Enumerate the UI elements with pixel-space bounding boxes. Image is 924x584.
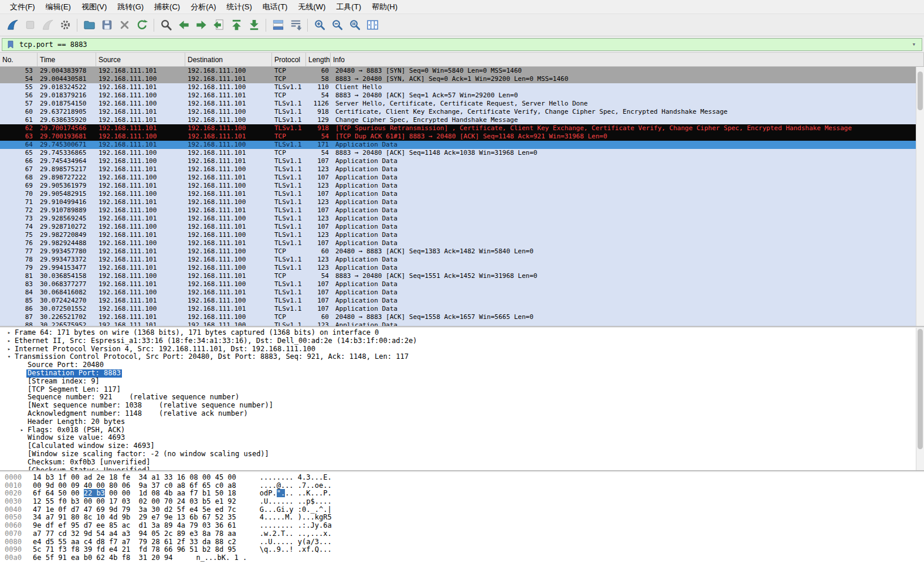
packet-row[interactable]: 6229.700174566192.168.111.101192.168.111… bbox=[0, 124, 924, 133]
menu-item[interactable]: 帮助(H) bbox=[366, 0, 403, 14]
close-file-button[interactable] bbox=[116, 16, 133, 34]
hex-row[interactable]: 00a06e 5f 91 ea b0 62 4b f8 31 20 94n_..… bbox=[0, 554, 924, 562]
go-forward-button[interactable] bbox=[192, 16, 210, 34]
packet-row[interactable]: 8330.068377277192.168.111.101192.168.111… bbox=[0, 280, 924, 288]
zoom-original-button[interactable] bbox=[346, 16, 364, 34]
detail-line[interactable]: ▸Frame 64: 171 bytes on wire (1368 bits)… bbox=[0, 329, 924, 337]
packet-row[interactable]: 5629.018379216192.168.111.100192.168.111… bbox=[0, 91, 924, 100]
packet-row[interactable]: 7129.910499416192.168.111.101192.168.111… bbox=[0, 198, 924, 206]
packet-row[interactable]: 8530.072424270192.168.111.101192.168.111… bbox=[0, 297, 924, 305]
hex-row[interactable]: 000014 b3 1f 00 ad 2e 18 fe 34 a1 33 16 … bbox=[0, 474, 924, 482]
zoom-out-button[interactable] bbox=[328, 16, 346, 34]
hex-row[interactable]: 00609e df ef 95 d7 ee 85 ac d1 3a 89 4a … bbox=[0, 522, 924, 530]
packet-list-scrollbar[interactable] bbox=[916, 67, 924, 326]
go-first-button[interactable] bbox=[227, 16, 245, 34]
column-header-length[interactable]: Length bbox=[306, 53, 331, 66]
packet-row[interactable]: 8130.036854158192.168.111.100192.168.111… bbox=[0, 272, 924, 280]
packet-row[interactable]: 6129.638635920192.168.111.101192.168.111… bbox=[0, 116, 924, 124]
go-to-packet-button[interactable] bbox=[210, 16, 227, 34]
detail-line[interactable]: Sequence number: 921 (relative sequence … bbox=[0, 393, 924, 402]
scrollbar-thumb[interactable] bbox=[918, 72, 923, 110]
hex-row[interactable]: 00905c 71 f3 f8 39 fd e4 21 fd 78 66 96 … bbox=[0, 546, 924, 554]
expander-closed-icon[interactable]: ▸ bbox=[5, 345, 13, 354]
packet-row[interactable]: 8430.068416082192.168.111.100192.168.111… bbox=[0, 288, 924, 297]
column-header-time[interactable]: Time bbox=[38, 53, 96, 66]
packet-row[interactable]: 7929.994153477192.168.111.101192.168.111… bbox=[0, 264, 924, 272]
menu-item[interactable]: 统计(S) bbox=[221, 0, 257, 14]
packet-row[interactable]: 6329.700193681192.168.111.100192.168.111… bbox=[0, 133, 924, 141]
hex-row[interactable]: 005034 a7 91 80 8c 10 4d 9b 29 e7 9e 13 … bbox=[0, 514, 924, 522]
detail-line[interactable]: Source Port: 20480 bbox=[0, 361, 924, 369]
display-filter-input[interactable]: tcp.port == 8883 ▾ bbox=[2, 38, 922, 51]
save-file-button[interactable] bbox=[98, 16, 116, 34]
menu-item[interactable]: 视图(V) bbox=[76, 0, 112, 14]
menu-item[interactable]: 跳转(G) bbox=[112, 0, 149, 14]
reload-button[interactable] bbox=[133, 16, 151, 34]
detail-line[interactable]: ▾Transmission Control Protocol, Src Port… bbox=[0, 353, 924, 361]
packet-row[interactable]: 7229.910789889192.168.111.100192.168.111… bbox=[0, 206, 924, 215]
detail-line[interactable]: [Next sequence number: 1038 (relative se… bbox=[0, 402, 924, 410]
packet-row[interactable]: 7029.905482915192.168.111.100192.168.111… bbox=[0, 190, 924, 198]
go-last-button[interactable] bbox=[245, 16, 263, 34]
detail-line[interactable]: Destination Port: 8883 bbox=[0, 369, 924, 378]
packet-row[interactable]: 7829.993473372192.168.111.101192.168.111… bbox=[0, 256, 924, 264]
detail-line[interactable]: [Window size scaling factor: -2 (no wind… bbox=[0, 450, 924, 459]
detail-line[interactable]: [Stream index: 9] bbox=[0, 378, 924, 386]
packet-row[interactable]: 8730.226521702192.168.111.101192.168.111… bbox=[0, 313, 924, 321]
detail-line[interactable]: ▸Internet Protocol Version 4, Src: 192.1… bbox=[0, 345, 924, 354]
menu-item[interactable]: 捕获(C) bbox=[149, 0, 185, 14]
hex-row[interactable]: 004047 1e 0f d7 47 69 9d 79 3a 30 d2 5f … bbox=[0, 506, 924, 514]
detail-line[interactable]: Window size value: 4693 bbox=[0, 434, 924, 442]
expander-closed-icon[interactable]: ▸ bbox=[5, 337, 13, 345]
menu-item[interactable]: 分析(A) bbox=[185, 0, 221, 14]
expander-closed-icon[interactable]: ▸ bbox=[5, 329, 13, 337]
hex-row[interactable]: 0070a7 77 cd 32 9d 54 a4 a3 94 05 2c 89 … bbox=[0, 530, 924, 538]
detail-line[interactable]: ▸Ethernet II, Src: Espressi_a1:33:16 (18… bbox=[0, 337, 924, 345]
packet-row-selected[interactable]: 6429.745300671192.168.111.101192.168.111… bbox=[0, 141, 924, 149]
menu-item[interactable]: 文件(F) bbox=[5, 0, 40, 14]
details-scrollbar[interactable] bbox=[916, 328, 924, 470]
packet-row[interactable]: 5529.018324522192.168.111.101192.168.111… bbox=[0, 83, 924, 91]
packet-row[interactable]: 6029.637218905192.168.111.101192.168.111… bbox=[0, 108, 924, 116]
hex-row[interactable]: 0080e4 d5 55 aa c4 d8 f7 a7 79 28 61 2f … bbox=[0, 538, 924, 546]
detail-line[interactable]: [Calculated window size: 4693] bbox=[0, 442, 924, 450]
filter-dropdown-icon[interactable]: ▾ bbox=[909, 40, 918, 48]
resize-columns-button[interactable] bbox=[364, 16, 381, 34]
packet-row[interactable]: 5329.004383978192.168.111.101192.168.111… bbox=[0, 67, 924, 75]
filter-bookmark-icon[interactable] bbox=[6, 40, 15, 49]
packet-row[interactable]: 7329.928569245192.168.111.101192.168.111… bbox=[0, 215, 924, 223]
start-capture-button[interactable] bbox=[4, 16, 21, 34]
hex-row[interactable]: 001000 9d 00 09 40 00 80 06 9a 37 c0 a8 … bbox=[0, 482, 924, 490]
column-header-source[interactable]: Source bbox=[96, 53, 185, 66]
packet-row[interactable]: 6629.745434964192.168.111.100192.168.111… bbox=[0, 157, 924, 165]
packet-row[interactable]: 5729.018754150192.168.111.100192.168.111… bbox=[0, 100, 924, 108]
colorize-button[interactable] bbox=[269, 16, 287, 34]
packet-row[interactable]: 6529.745336865192.168.111.100192.168.111… bbox=[0, 149, 924, 157]
detail-line[interactable]: Acknowledgment number: 1148 (relative ac… bbox=[0, 410, 924, 418]
packet-row[interactable]: 5429.004430581192.168.111.100192.168.111… bbox=[0, 75, 924, 83]
auto-scroll-button[interactable] bbox=[287, 16, 304, 34]
zoom-in-button[interactable] bbox=[311, 16, 328, 34]
expander-open-icon[interactable]: ▾ bbox=[5, 353, 13, 361]
column-header-no[interactable]: No. bbox=[0, 53, 38, 66]
menu-item[interactable]: 编辑(E) bbox=[40, 0, 76, 14]
go-back-button[interactable] bbox=[175, 16, 192, 34]
packet-row[interactable]: 8630.072501552192.168.111.100192.168.111… bbox=[0, 305, 924, 313]
menu-item[interactable]: 电话(T) bbox=[257, 0, 293, 14]
packet-row[interactable]: 7729.993457780192.168.111.101192.168.111… bbox=[0, 247, 924, 256]
packet-row[interactable]: 8830.226575952192.168.111.101192.168.111… bbox=[0, 321, 924, 326]
menu-item[interactable]: 工具(T) bbox=[331, 0, 366, 14]
packet-row[interactable]: 6929.905361979192.168.111.101192.168.111… bbox=[0, 182, 924, 190]
find-packet-button[interactable] bbox=[157, 16, 175, 34]
packet-row[interactable]: 7429.928710272192.168.111.100192.168.111… bbox=[0, 223, 924, 231]
hex-row[interactable]: 003012 55 f0 b3 00 00 17 03 02 00 70 24 … bbox=[0, 498, 924, 506]
scrollbar-thumb[interactable] bbox=[918, 329, 923, 449]
packet-row[interactable]: 7629.982924488192.168.111.100192.168.111… bbox=[0, 239, 924, 247]
detail-line[interactable]: [Checksum Status: Unverified] bbox=[0, 467, 924, 470]
open-file-button[interactable] bbox=[80, 16, 98, 34]
expander-closed-icon[interactable]: ▸ bbox=[18, 426, 26, 434]
packet-row[interactable]: 6829.898727222192.168.111.100192.168.111… bbox=[0, 174, 924, 182]
detail-line[interactable]: [TCP Segment Len: 117] bbox=[0, 386, 924, 394]
detail-line[interactable]: Header Length: 20 bytes bbox=[0, 418, 924, 426]
detail-line[interactable]: ▸Flags: 0x018 (PSH, ACK) bbox=[0, 426, 924, 434]
